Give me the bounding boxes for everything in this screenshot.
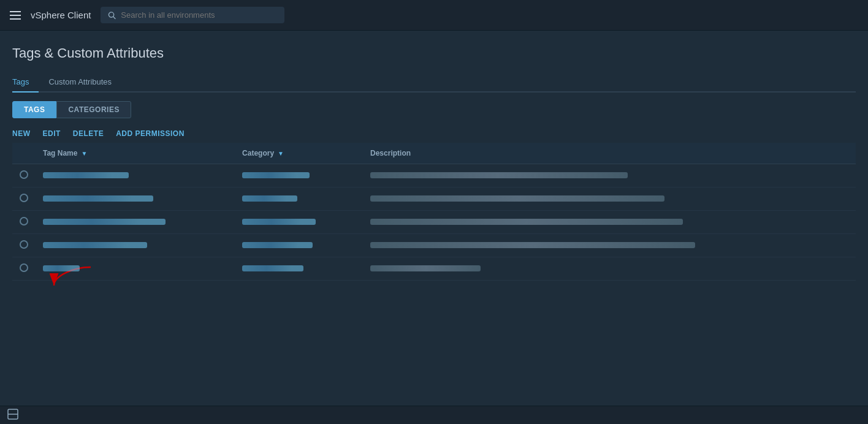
th-tag-name[interactable]: Tag Name ▼	[36, 143, 235, 164]
category-filter-icon[interactable]: ▼	[278, 150, 284, 157]
add-permission-button[interactable]: ADD PERMISSION	[116, 129, 185, 138]
tag-name-value-3	[43, 219, 166, 225]
table-row[interactable]	[12, 211, 856, 234]
category-cell-2	[235, 187, 363, 211]
app-title: vSphere Client	[31, 10, 91, 20]
tag-name-value-5	[43, 265, 80, 271]
description-value-5	[370, 265, 481, 271]
page-title: Tags & Custom Attributes	[12, 45, 856, 61]
table-wrapper: Tag Name ▼ Category ▼ Description	[12, 143, 856, 281]
category-cell-5	[235, 257, 363, 281]
radio-button-4[interactable]	[20, 240, 28, 249]
tag-name-value-2	[43, 195, 153, 202]
category-value-4	[242, 242, 313, 248]
table-row[interactable]	[12, 164, 856, 187]
tag-name-value-1	[43, 172, 129, 178]
toggle-tags[interactable]: TAGS	[12, 101, 56, 118]
panel-toggle-icon[interactable]	[7, 409, 18, 422]
delete-button[interactable]: DELETE	[73, 129, 104, 138]
main-content: Tags & Custom Attributes Tags Custom Att…	[0, 31, 868, 281]
radio-cell-4[interactable]	[12, 234, 36, 257]
table-row[interactable]	[12, 234, 856, 257]
tab-custom-attributes[interactable]: Custom Attributes	[48, 72, 121, 91]
category-cell-3	[235, 211, 363, 234]
hamburger-menu[interactable]	[10, 11, 21, 20]
category-value-2	[242, 195, 297, 202]
tabs-bar: Tags Custom Attributes	[12, 72, 856, 93]
svg-line-1	[113, 17, 115, 18]
th-category[interactable]: Category ▼	[235, 143, 363, 164]
table-header-row: Tag Name ▼ Category ▼ Description	[12, 143, 856, 164]
radio-cell-2[interactable]	[12, 187, 36, 211]
table-row[interactable]	[12, 187, 856, 211]
radio-cell-5[interactable]	[12, 257, 36, 281]
tab-tags[interactable]: Tags	[12, 72, 39, 93]
toggle-group: TAGS CATEGORIES	[12, 101, 856, 118]
table-row[interactable]	[12, 257, 856, 281]
tag-name-filter-icon[interactable]: ▼	[81, 150, 87, 157]
description-value-3	[370, 219, 683, 225]
description-cell-1	[363, 164, 856, 187]
tag-name-cell-1	[36, 164, 235, 187]
radio-button-3[interactable]	[20, 217, 28, 225]
tag-name-cell-2	[36, 187, 235, 211]
search-bar	[101, 7, 284, 23]
description-cell-2	[363, 187, 856, 211]
category-cell-4	[235, 234, 363, 257]
search-input[interactable]	[121, 10, 277, 20]
category-value-1	[242, 172, 310, 178]
bottom-bar	[0, 406, 868, 424]
radio-button-5[interactable]	[20, 263, 28, 272]
radio-cell-1[interactable]	[12, 164, 36, 187]
category-value-5	[242, 265, 303, 271]
toggle-categories[interactable]: CATEGORIES	[56, 101, 131, 118]
description-value-1	[370, 172, 628, 178]
radio-button-1[interactable]	[20, 170, 28, 179]
toolbar: NEW EDIT DELETE ADD PERMISSION	[12, 124, 856, 143]
tag-name-value-4	[43, 242, 147, 248]
radio-cell-3[interactable]	[12, 211, 36, 234]
tag-name-cell-3	[36, 211, 235, 234]
search-icon	[108, 11, 116, 20]
tags-table: Tag Name ▼ Category ▼ Description	[12, 143, 856, 281]
description-cell-5	[363, 257, 856, 281]
description-value-4	[370, 242, 695, 248]
top-nav: vSphere Client	[0, 0, 868, 31]
category-cell-1	[235, 164, 363, 187]
category-value-3	[242, 219, 316, 225]
radio-button-2[interactable]	[20, 194, 28, 202]
new-button[interactable]: NEW	[12, 129, 31, 138]
tag-name-cell-5	[36, 257, 235, 281]
description-value-2	[370, 195, 664, 202]
description-cell-3	[363, 211, 856, 234]
tag-name-cell-4	[36, 234, 235, 257]
description-cell-4	[363, 234, 856, 257]
edit-button[interactable]: EDIT	[43, 129, 61, 138]
th-description: Description	[363, 143, 856, 164]
th-select	[12, 143, 36, 164]
